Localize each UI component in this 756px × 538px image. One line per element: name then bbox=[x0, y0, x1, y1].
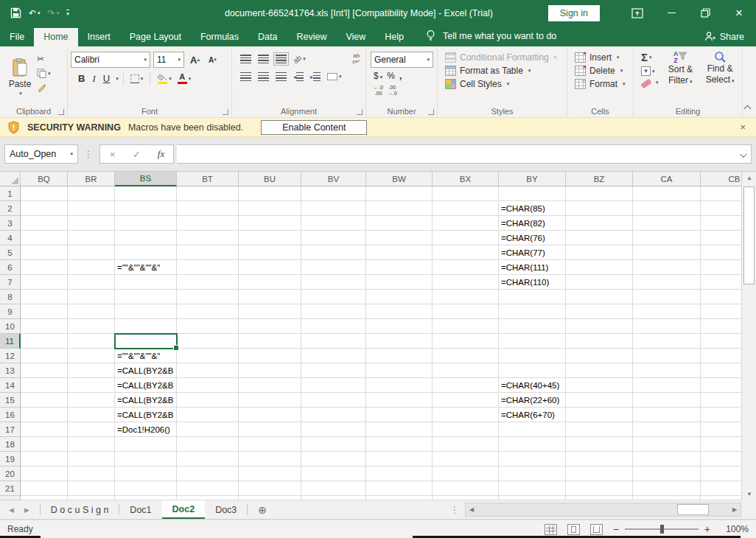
cell-BV11[interactable] bbox=[301, 334, 366, 349]
format-cells-button[interactable]: ↔ Format▾ bbox=[570, 77, 630, 91]
cell-BX6[interactable] bbox=[433, 260, 499, 275]
cell-BR14[interactable] bbox=[68, 378, 115, 393]
row-header-4[interactable]: 4 bbox=[0, 231, 21, 245]
cell-BY18[interactable] bbox=[499, 437, 566, 452]
cell-BV2[interactable] bbox=[301, 201, 366, 216]
cell-BQ8[interactable] bbox=[21, 290, 68, 304]
row-header-20[interactable]: 20 bbox=[0, 467, 21, 481]
cell-BR21[interactable] bbox=[68, 481, 115, 496]
cell-BQ7[interactable] bbox=[21, 275, 68, 290]
cell-BW16[interactable] bbox=[366, 408, 433, 422]
cell-BS7[interactable] bbox=[115, 275, 177, 290]
cell-BQ20[interactable] bbox=[21, 467, 68, 481]
row-header-7[interactable]: 7 bbox=[0, 275, 21, 290]
name-box[interactable]: Auto_Open ▾ bbox=[4, 144, 78, 164]
cell-BY4[interactable]: =CHAR(76) bbox=[499, 231, 566, 245]
cell-BT1[interactable] bbox=[177, 186, 239, 201]
cell-BR10[interactable] bbox=[68, 319, 115, 334]
cell-BW3[interactable] bbox=[366, 216, 433, 231]
cell-BT19[interactable] bbox=[177, 452, 239, 467]
formula-input[interactable] bbox=[177, 144, 752, 164]
cell-BZ14[interactable] bbox=[566, 378, 633, 393]
cell-BU13[interactable] bbox=[239, 363, 301, 378]
format-painter-button[interactable] bbox=[37, 83, 51, 92]
cell-CA21[interactable] bbox=[633, 481, 701, 496]
col-header-BW[interactable]: BW bbox=[366, 172, 433, 186]
copy-button[interactable]: ▾ bbox=[37, 69, 51, 78]
alignment-dialog-launcher[interactable] bbox=[357, 109, 363, 115]
cell-BU5[interactable] bbox=[239, 245, 301, 260]
horizontal-scrollbar[interactable]: ◀ ▶ bbox=[465, 503, 741, 517]
cell-BV18[interactable] bbox=[301, 437, 366, 452]
row-header-2[interactable]: 2 bbox=[0, 201, 21, 216]
tab-help[interactable]: Help bbox=[375, 28, 413, 46]
cell-BX11[interactable] bbox=[433, 334, 499, 349]
row-header-14[interactable]: 14 bbox=[0, 378, 21, 393]
cell-BT11[interactable] bbox=[177, 334, 239, 349]
cell-BT7[interactable] bbox=[177, 275, 239, 290]
enable-content-button[interactable]: Enable Content bbox=[261, 120, 367, 135]
cell-BZ3[interactable] bbox=[566, 216, 633, 231]
cell-BS4[interactable] bbox=[115, 231, 177, 245]
cell-BZ2[interactable] bbox=[566, 201, 633, 216]
cell-BW7[interactable] bbox=[366, 275, 433, 290]
cell-BS10[interactable] bbox=[115, 319, 177, 334]
cell-BZ17[interactable] bbox=[566, 422, 633, 437]
cell-BQ2[interactable] bbox=[21, 201, 68, 216]
cell-BQ17[interactable] bbox=[21, 422, 68, 437]
cell-BX15[interactable] bbox=[433, 393, 499, 408]
cell-CA5[interactable] bbox=[633, 245, 701, 260]
cell-BZ20[interactable] bbox=[566, 467, 633, 481]
cell-BS5[interactable] bbox=[115, 245, 177, 260]
cell-CA3[interactable] bbox=[633, 216, 701, 231]
cell-BQ10[interactable] bbox=[21, 319, 68, 334]
enter-icon[interactable]: ✓ bbox=[125, 149, 149, 160]
cell-BQ18[interactable] bbox=[21, 437, 68, 452]
cell-BU17[interactable] bbox=[239, 422, 301, 437]
sign-in-button[interactable]: Sign in bbox=[548, 5, 600, 21]
cell-BV7[interactable] bbox=[301, 275, 366, 290]
cell-BX2[interactable] bbox=[433, 201, 499, 216]
cell-BU20[interactable] bbox=[239, 467, 301, 481]
zoom-in-button[interactable]: + bbox=[704, 523, 710, 535]
cell-BU18[interactable] bbox=[239, 437, 301, 452]
cell-BU10[interactable] bbox=[239, 319, 301, 334]
increase-decimal-button[interactable]: ←.0.00 bbox=[374, 85, 383, 97]
cell-BS21[interactable] bbox=[115, 481, 177, 496]
new-sheet-icon[interactable]: ⊕ bbox=[248, 500, 277, 519]
comma-style-button[interactable]: , bbox=[399, 71, 402, 81]
row-header-8[interactable]: 8 bbox=[0, 290, 21, 304]
cell-BW5[interactable] bbox=[366, 245, 433, 260]
cell-BQ3[interactable] bbox=[21, 216, 68, 231]
tab-insert[interactable]: Insert bbox=[78, 28, 120, 46]
cell-BQ11[interactable] bbox=[21, 334, 68, 349]
cell-BS13[interactable]: =CALL(BY2&B bbox=[115, 363, 177, 378]
cell-BR12[interactable] bbox=[68, 349, 115, 363]
cell-BZ16[interactable] bbox=[566, 408, 633, 422]
format-as-table-button[interactable]: Format as Table▾ bbox=[441, 64, 564, 77]
vertical-scroll-thumb[interactable] bbox=[743, 186, 755, 284]
cell-BT9[interactable] bbox=[177, 304, 239, 319]
cell-BV3[interactable] bbox=[301, 216, 366, 231]
cell-BS6[interactable]: =""&""&""&" bbox=[115, 260, 177, 275]
middle-align-button[interactable] bbox=[256, 53, 271, 65]
cell-BS16[interactable]: =CALL(BY2&B bbox=[115, 408, 177, 422]
cell-BY3[interactable]: =CHAR(82) bbox=[499, 216, 566, 231]
cell-CA16[interactable] bbox=[633, 408, 701, 422]
cell-BY10[interactable] bbox=[499, 319, 566, 334]
row-header-19[interactable]: 19 bbox=[0, 452, 21, 467]
cell-BT12[interactable] bbox=[177, 349, 239, 363]
cell-BY16[interactable]: =CHAR(6+70) bbox=[499, 408, 566, 422]
expand-formula-bar-icon[interactable] bbox=[740, 150, 747, 158]
col-header-CA[interactable]: CA bbox=[633, 172, 701, 186]
cell-BR4[interactable] bbox=[68, 231, 115, 245]
top-align-button[interactable] bbox=[238, 53, 253, 65]
cell-BU16[interactable] bbox=[239, 408, 301, 422]
cell-BR7[interactable] bbox=[68, 275, 115, 290]
scroll-down-icon[interactable]: ▼ bbox=[742, 488, 756, 500]
wrap-text-button[interactable]: abc↵ bbox=[350, 52, 363, 66]
cell-BY12[interactable] bbox=[499, 349, 566, 363]
cell-BU12[interactable] bbox=[239, 349, 301, 363]
cancel-icon[interactable]: × bbox=[100, 149, 125, 160]
tab-data[interactable]: Data bbox=[248, 28, 287, 46]
